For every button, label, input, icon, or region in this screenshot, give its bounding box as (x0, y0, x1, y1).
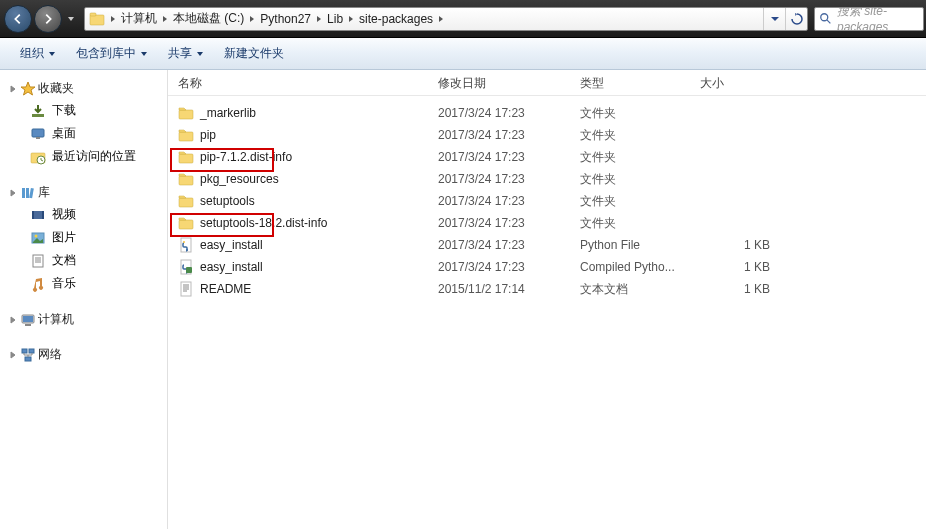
search-input[interactable]: 搜索 site-packages (814, 7, 924, 31)
picture-icon (30, 230, 46, 246)
organize-menu[interactable]: 组织 (12, 41, 64, 66)
title-bar: 计算机 本地磁盘 (C:) Python27 Lib site-packages… (0, 0, 926, 38)
file-row[interactable]: _markerlib2017/3/24 17:23文件夹 (168, 102, 926, 124)
file-type: 文件夹 (570, 127, 690, 144)
file-row[interactable]: setuptools-18.2.dist-info2017/3/24 17:23… (168, 212, 926, 234)
file-size: 1 KB (690, 260, 790, 274)
address-dropdown[interactable] (763, 8, 785, 30)
chevron-right-icon[interactable] (248, 15, 256, 23)
nav-history-dropdown[interactable] (64, 5, 78, 33)
column-name[interactable]: 名称 (168, 75, 428, 92)
svg-line-3 (827, 19, 831, 23)
file-name: pkg_resources (200, 172, 279, 186)
sidebar-item-desktop[interactable]: 桌面 (26, 122, 167, 145)
breadcrumb-computer[interactable]: 计算机 (117, 8, 161, 30)
file-type: Compiled Pytho... (570, 260, 690, 274)
chevron-right-icon[interactable] (347, 15, 355, 23)
search-icon (819, 12, 833, 26)
file-date: 2017/3/24 17:23 (428, 172, 570, 186)
file-name: _markerlib (200, 106, 256, 120)
file-name: pip-7.1.2.dist-info (200, 150, 292, 164)
file-type: 文件夹 (570, 105, 690, 122)
svg-rect-6 (36, 137, 40, 139)
sidebar-item-videos[interactable]: 视频 (26, 203, 167, 226)
column-size[interactable]: 大小 (690, 75, 790, 92)
svg-point-34 (183, 241, 185, 243)
file-row[interactable]: easy_install2017/3/24 17:23Python File1 … (168, 234, 926, 256)
svg-rect-25 (29, 349, 34, 353)
svg-rect-17 (33, 255, 43, 267)
sidebar-computer[interactable]: 计算机 (4, 309, 167, 330)
svg-rect-26 (25, 357, 31, 361)
file-type: 文本文档 (570, 281, 690, 298)
svg-rect-29 (179, 154, 193, 163)
breadcrumb-sitepackages[interactable]: site-packages (355, 8, 437, 30)
svg-rect-31 (179, 198, 193, 207)
file-type: 文件夹 (570, 149, 690, 166)
chevron-right-icon[interactable] (437, 15, 445, 23)
file-row[interactable]: pkg_resources2017/3/24 17:23文件夹 (168, 168, 926, 190)
svg-rect-37 (186, 267, 192, 273)
svg-rect-4 (32, 114, 44, 117)
forward-button[interactable] (34, 5, 62, 33)
file-row[interactable]: README2015/11/2 17:14文本文档1 KB (168, 278, 926, 300)
sidebar-item-downloads[interactable]: 下载 (26, 99, 167, 122)
sidebar-item-documents[interactable]: 文档 (26, 249, 167, 272)
share-menu[interactable]: 共享 (160, 41, 212, 66)
sidebar-item-recent[interactable]: 最近访问的位置 (26, 145, 167, 168)
folder-icon (178, 193, 194, 209)
breadcrumb-lib[interactable]: Lib (323, 8, 347, 30)
text-file-icon (178, 281, 194, 297)
file-date: 2017/3/24 17:23 (428, 216, 570, 230)
file-type: 文件夹 (570, 171, 690, 188)
chevron-right-icon[interactable] (315, 15, 323, 23)
chevron-right-icon (8, 315, 18, 325)
chevron-right-icon (8, 84, 18, 94)
svg-rect-9 (22, 188, 25, 198)
chevron-right-icon (8, 188, 18, 198)
network-icon (20, 347, 36, 363)
file-name: easy_install (200, 238, 263, 252)
sidebar-item-pictures[interactable]: 图片 (26, 226, 167, 249)
file-list-pane: 名称 修改日期 类型 大小 _markerlib2017/3/24 17:23文… (168, 70, 926, 529)
document-icon (30, 253, 46, 269)
refresh-button[interactable] (785, 8, 807, 30)
breadcrumb-drive[interactable]: 本地磁盘 (C:) (169, 8, 248, 30)
svg-rect-24 (22, 349, 27, 353)
file-row[interactable]: setuptools2017/3/24 17:23文件夹 (168, 190, 926, 212)
column-type[interactable]: 类型 (570, 75, 690, 92)
file-date: 2017/3/24 17:23 (428, 106, 570, 120)
file-name: easy_install (200, 260, 263, 274)
file-date: 2017/3/24 17:23 (428, 260, 570, 274)
file-date: 2017/3/24 17:23 (428, 194, 570, 208)
svg-rect-28 (179, 132, 193, 141)
address-bar[interactable]: 计算机 本地磁盘 (C:) Python27 Lib site-packages (84, 7, 808, 31)
include-in-library-menu[interactable]: 包含到库中 (68, 41, 156, 66)
folder-icon (178, 149, 194, 165)
file-name: setuptools (200, 194, 255, 208)
sidebar-network[interactable]: 网络 (4, 344, 167, 365)
file-row[interactable]: easy_install2017/3/24 17:23Compiled Pyth… (168, 256, 926, 278)
file-row[interactable]: pip2017/3/24 17:23文件夹 (168, 124, 926, 146)
file-name: pip (200, 128, 216, 142)
file-row[interactable]: pip-7.1.2.dist-info2017/3/24 17:23文件夹 (168, 146, 926, 168)
file-name: setuptools-18.2.dist-info (200, 216, 327, 230)
computer-icon (20, 312, 36, 328)
file-name: README (200, 282, 251, 296)
file-size: 1 KB (690, 238, 790, 252)
svg-rect-10 (26, 188, 29, 198)
sidebar-libraries[interactable]: 库 (4, 182, 167, 203)
star-icon (20, 81, 36, 97)
svg-rect-27 (179, 110, 193, 119)
sidebar-favorites[interactable]: 收藏夹 (4, 78, 167, 99)
chevron-right-icon[interactable] (161, 15, 169, 23)
new-folder-button[interactable]: 新建文件夹 (216, 41, 292, 66)
back-button[interactable] (4, 5, 32, 33)
svg-point-2 (821, 13, 828, 20)
folder-icon (178, 171, 194, 187)
sidebar-item-music[interactable]: 音乐 (26, 272, 167, 295)
column-date[interactable]: 修改日期 (428, 75, 570, 92)
navigation-pane: 收藏夹 下载 桌面 最近访问的位置 (0, 70, 168, 529)
breadcrumb-python27[interactable]: Python27 (256, 8, 315, 30)
chevron-right-icon[interactable] (109, 15, 117, 23)
